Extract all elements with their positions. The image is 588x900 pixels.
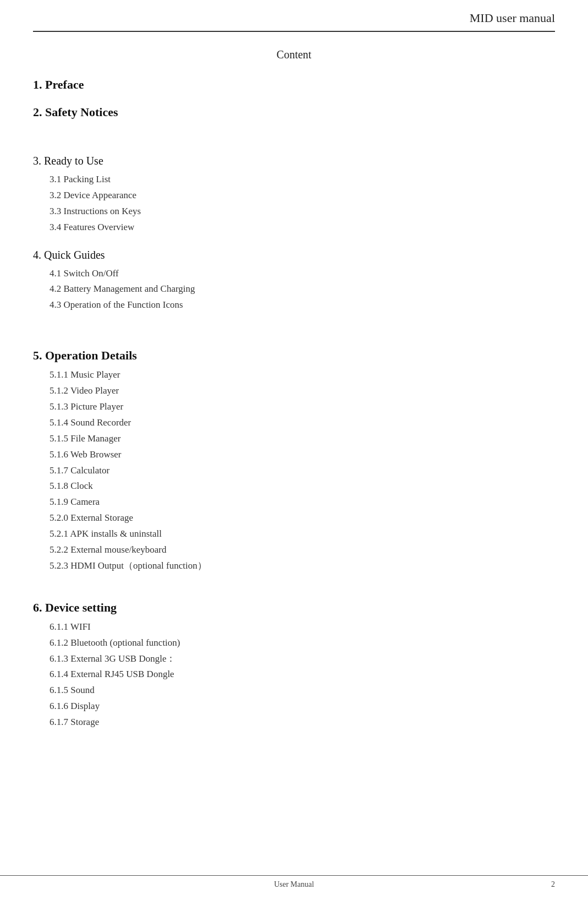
sections-container: 1. Preface2. Safety Notices3. Ready to U…: [33, 78, 555, 730]
page-title: Content: [33, 48, 555, 61]
list-item: 5.1.7 Calculator: [50, 463, 555, 479]
list-item: 5.1.6 Web Browser: [50, 447, 555, 463]
list-item: 6.1.5 Sound: [50, 683, 555, 699]
list-item: 4.3 Operation of the Function Icons: [50, 297, 555, 313]
list-item: 5.1.4 Sound Recorder: [50, 415, 555, 431]
section-5-heading: 5. Operation Details: [33, 348, 555, 363]
section-6-sub-items: 6.1.1 WIFI6.1.2 Bluetooth (optional func…: [33, 619, 555, 730]
section-6-heading: 6. Device setting: [33, 601, 555, 615]
list-item: 4.1 Switch On/Off: [50, 266, 555, 282]
section-4-sub-items: 4.1 Switch On/Off4.2 Battery Management …: [33, 266, 555, 314]
section-3-heading: 3. Ready to Use: [33, 155, 555, 167]
section-5-sub-items: 5.1.1 Music Player5.1.2 Video Player5.1.…: [33, 367, 555, 574]
list-item: 3.2 Device Appearance: [50, 188, 555, 204]
list-item: 6.1.3 External 3G USB Dongle：: [50, 651, 555, 667]
section-3-sub-items: 3.1 Packing List3.2 Device Appearance3.3…: [33, 172, 555, 236]
page-header: MID user manual: [33, 11, 555, 32]
header-title: MID user manual: [470, 11, 555, 25]
list-item: 3.1 Packing List: [50, 172, 555, 188]
list-item: 6.1.7 Storage: [50, 714, 555, 730]
list-item: 3.4 Features Overview: [50, 220, 555, 236]
list-item: 5.1.3 Picture Player: [50, 399, 555, 415]
list-item: 5.1.8 Clock: [50, 478, 555, 494]
list-item: 6.1.4 External RJ45 USB Dongle: [50, 667, 555, 683]
list-item: 5.1.1 Music Player: [50, 367, 555, 383]
footer-page-number: 2: [551, 880, 555, 889]
list-item: 6.1.1 WIFI: [50, 619, 555, 635]
list-item: 5.2.3 HDMI Output（optional function）: [50, 558, 555, 574]
list-item: 3.3 Instructions on Keys: [50, 204, 555, 220]
list-item: 6.1.6 Display: [50, 699, 555, 714]
footer-text: User Manual: [274, 880, 314, 888]
list-item: 5.1.2 Video Player: [50, 383, 555, 399]
section-4-heading: 4. Quick Guides: [33, 249, 555, 261]
page-footer: User Manual: [0, 875, 588, 889]
list-item: 4.2 Battery Management and Charging: [50, 281, 555, 297]
section-1-heading: 1. Preface: [33, 78, 555, 92]
section-2-heading: 2. Safety Notices: [33, 105, 555, 119]
list-item: 5.1.5 File Manager: [50, 431, 555, 447]
list-item: 5.1.9 Camera: [50, 494, 555, 510]
list-item: 5.2.2 External mouse/keyboard: [50, 542, 555, 558]
page-container: MID user manual Content 1. Preface2. Saf…: [0, 0, 588, 900]
list-item: 6.1.2 Bluetooth (optional function): [50, 635, 555, 651]
list-item: 5.2.1 APK installs & uninstall: [50, 526, 555, 542]
list-item: 5.2.0 External Storage: [50, 510, 555, 526]
